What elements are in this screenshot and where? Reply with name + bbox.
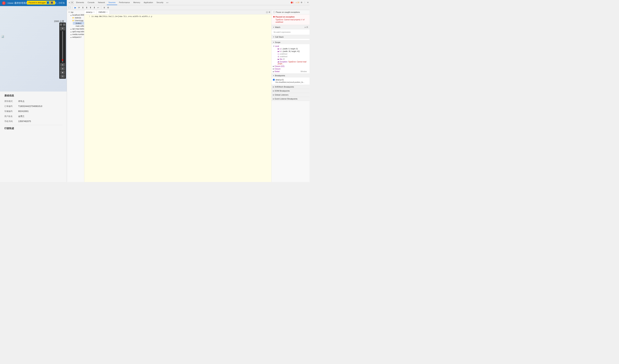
code-tab-detail-close[interactable]: ✕: [93, 11, 95, 13]
file-tree-media[interactable]: ☁ media.number-: [69, 33, 84, 36]
code-content: 1 is.map.We(this.ha()),b=[new S(c.x+a.wi…: [84, 14, 271, 182]
devtools-toolbar: 📄 ▶ ⟳ ⬇ ⬆ ⬆ ⬇ ↩ ⏸ ⚙: [67, 5, 310, 10]
debug-record-button[interactable]: ⏺: [50, 1, 53, 4]
map-widget: ↔ ↕ + ⊞ ◈ ◉ ⊟: [59, 23, 66, 79]
toolbar-disable-breakpoints-button[interactable]: ⏸: [103, 6, 106, 9]
breakpoint-item-0[interactable]: ✓ detail.js:51 this.drawBikeLine(result.…: [271, 78, 310, 84]
tab-sources[interactable]: Sources: [107, 0, 117, 5]
event-listener-section[interactable]: ▶ Event Listener Breakpoints: [271, 97, 310, 101]
map-icon-4[interactable]: ⊟: [60, 74, 65, 78]
info-row-3: 用户姓名 金秀兰: [4, 115, 62, 118]
map-expand-button[interactable]: ↔: [60, 23, 62, 26]
scope-closure-oz[interactable]: ▶ Closure (OZ): [271, 65, 310, 68]
breakpoints-header[interactable]: ▼ Breakpoints: [271, 74, 310, 77]
scope-item-c[interactable]: c: undefined: [275, 53, 310, 55]
info-row-1: 订单编号 T1803244422704080JGJI: [4, 105, 62, 108]
toolbar-step-out-button[interactable]: ⬆: [85, 6, 88, 9]
devtools-main: ▼ top ☁ localhost:3000 📁 static/js: [67, 10, 310, 182]
scope-global-val: Window: [300, 70, 307, 72]
tab-console[interactable]: Console: [86, 0, 96, 5]
devtools-error-count[interactable]: 🔴 1: [291, 1, 294, 3]
scope-item-a[interactable]: ▶ a: L {width: 0, height: 0}: [275, 47, 310, 50]
scope-section-header[interactable]: ▼ Scope: [271, 40, 310, 44]
call-stack-header[interactable]: ▼ Call Stack: [271, 35, 310, 39]
app-container: i i mooc 通用管理系统 欢迎，小叮当 Paused in debugge…: [0, 0, 310, 182]
dom-bp-section[interactable]: ▶ DOM Breakpoints: [271, 89, 310, 93]
watch-section-label: Watch: [275, 26, 280, 28]
global-listeners-section[interactable]: ▶ Global Listeners: [271, 93, 310, 97]
info-value-3: 金秀兰: [18, 115, 25, 118]
file-label-static: static/js: [75, 17, 81, 19]
devtools-settings-icon[interactable]: ⚙: [301, 1, 302, 4]
code-format-button[interactable]: { }: [266, 11, 268, 13]
code-tab-vm-close[interactable]: ✕: [106, 11, 108, 13]
tab-memory[interactable]: Memory: [132, 0, 142, 5]
file-tree-top[interactable]: ▼ top: [67, 11, 84, 14]
file-tree-localhost[interactable]: ☁ localhost:3000: [69, 14, 84, 16]
tab-more[interactable]: >>: [165, 1, 169, 4]
scope-global-left: ▶ Global: [273, 70, 280, 72]
map-icon-2[interactable]: ◈: [60, 67, 65, 70]
scope-closure[interactable]: ▶ Closure: [271, 68, 310, 70]
side-icon[interactable]: 🔄: [1, 35, 5, 39]
toolbar-step-back-button[interactable]: ⬇: [93, 6, 96, 9]
map-collapse-button[interactable]: ↕: [63, 23, 65, 26]
breakpoints-expand-icon: ▼: [273, 75, 274, 76]
map-icon-1[interactable]: ⊞: [60, 63, 65, 67]
dom-expand-icon: ▶: [273, 90, 274, 92]
devtools-warning-count[interactable]: ⚠ 10: [295, 1, 299, 3]
event-listener-expand-icon: ▶: [273, 98, 274, 100]
info-label-4: 手机号码: [4, 120, 18, 123]
file-tree-users-ygg[interactable]: 📁 Users/ygg: [71, 19, 84, 22]
file-label-index: (index): [76, 22, 82, 24]
tab-security[interactable]: Security: [155, 0, 165, 5]
tab-elements[interactable]: Elements: [74, 0, 86, 5]
file-tree-static-js[interactable]: 📁 static/js: [71, 16, 84, 19]
scope-global[interactable]: ▶ Global Window: [271, 70, 310, 73]
scope-item-d[interactable]: d: undefined: [275, 55, 310, 58]
file-tree-webpack[interactable]: ☁ webpack://: [69, 36, 84, 39]
toolbar-step-button[interactable]: ⬆: [89, 6, 92, 9]
devtools-expand-icon[interactable]: ≡: [68, 1, 71, 4]
scope-item-this[interactable]: ▶ this: V: [275, 58, 310, 60]
code-nav-button[interactable]: ⚙: [268, 11, 270, 13]
top-label: top: [71, 11, 73, 13]
devtools-close-icon[interactable]: ✕: [307, 1, 309, 4]
pause-caught-checkbox[interactable]: [273, 11, 275, 13]
tab-application[interactable]: Application: [142, 0, 155, 5]
toolbar-resume-button[interactable]: ▶: [74, 6, 77, 9]
watch-section-header[interactable]: ▼ Watch + ⟳: [271, 25, 310, 29]
toolbar-settings-button[interactable]: ⚙: [106, 6, 110, 9]
watch-add-button[interactable]: +: [305, 26, 306, 28]
pause-caught-label: Pause on caught exceptions: [276, 11, 300, 13]
breakpoints-label: Breakpoints: [275, 74, 285, 77]
code-panel: detail.js ✕ VM5490 ✕ { } ⚙ 1 is.: [84, 10, 271, 182]
debug-play-button[interactable]: ▶: [47, 1, 49, 4]
map-icon-3[interactable]: ◉: [60, 71, 65, 74]
breakpoint-file-0: detail.js:51: [276, 79, 305, 81]
file-item-index[interactable]: (index): [73, 22, 84, 25]
tab-network[interactable]: Network: [96, 0, 107, 5]
map-zoom-in-button[interactable]: +: [60, 27, 65, 30]
toolbar-step-over-button[interactable]: ⟳: [78, 6, 81, 9]
scope-item-exception[interactable]: ▶ Exception: TypeError: Cannot read prop…: [275, 60, 310, 65]
toolbar-file-icon[interactable]: 📄: [68, 6, 71, 9]
breakpoint-checkbox-0[interactable]: ✓: [273, 79, 275, 81]
breakpoint-text-0: detail.js:51 this.drawBikeLine(result.po…: [276, 79, 305, 84]
watch-section: ▼ Watch + ⟳ No watch expressions: [271, 25, 310, 35]
toolbar-return-button[interactable]: ↩: [97, 6, 100, 9]
xhr-fetch-section[interactable]: ▶ XHR/fetch Breakpoints: [271, 85, 310, 89]
file-item-main[interactable]: main.cd9c2b: [73, 25, 84, 28]
file-tree-api0-bdim[interactable]: ☁ api0.map.bdim: [69, 30, 84, 33]
code-tab-detail[interactable]: detail.js ✕: [84, 10, 97, 14]
scope-item-b[interactable]: ▶ b: L {width: 36, height: 42}: [275, 50, 310, 53]
breakpoints-content: ✓ detail.js:51 this.drawBikeLine(result.…: [271, 77, 310, 85]
toolbar-step-into-button[interactable]: ⬇: [81, 6, 84, 9]
code-tab-vm[interactable]: VM5490 ✕: [97, 10, 110, 14]
devtools-more-icon[interactable]: ⋮: [304, 1, 306, 4]
devtools-detach-button[interactable]: ⧉: [71, 1, 73, 4]
tab-performance[interactable]: Performance: [117, 0, 132, 5]
watch-refresh-button[interactable]: ⟳: [306, 26, 308, 28]
scope-local[interactable]: ▼ Local: [271, 45, 310, 47]
file-tree-api-baidu[interactable]: ☁ api.map.baidu.: [69, 28, 84, 30]
